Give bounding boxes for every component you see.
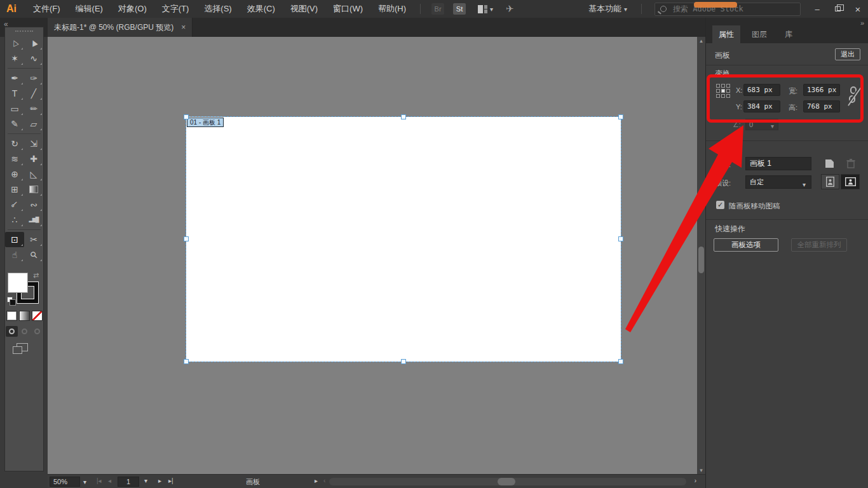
tool-eraser-tool[interactable]: ▱ bbox=[24, 116, 43, 132]
new-artboard-icon[interactable] bbox=[824, 158, 835, 169]
preset-dropdown[interactable]: 自定 ▾ bbox=[745, 175, 811, 189]
panel-tab-库[interactable]: 库 bbox=[778, 25, 799, 43]
workspace-switcher[interactable]: 基本功能 ▾ bbox=[583, 3, 635, 15]
rearrange-all-button[interactable]: 全部重新排列 bbox=[791, 238, 847, 252]
menu-item[interactable]: 帮助(H) bbox=[370, 4, 414, 13]
artboard-name-input[interactable] bbox=[745, 157, 811, 170]
tool-perspective-grid-tool[interactable]: ◺ bbox=[24, 166, 43, 182]
fill-color-swatch[interactable] bbox=[8, 273, 28, 293]
tool-selection-tool[interactable]: ▷ bbox=[5, 36, 24, 51]
swap-fill-stroke-icon[interactable]: ⇄ bbox=[33, 271, 39, 280]
scroll-left-icon[interactable]: ‹ bbox=[323, 477, 325, 484]
minimize-button[interactable]: – bbox=[807, 0, 827, 18]
tool-width-tool[interactable]: ≋ bbox=[5, 151, 24, 166]
zoom-dropdown-icon[interactable]: ▾ bbox=[83, 478, 86, 485]
stock-icon[interactable]: St bbox=[453, 3, 466, 15]
share-icon[interactable]: ✈ bbox=[506, 3, 514, 15]
artboard-handle[interactable] bbox=[401, 114, 406, 119]
artboard-handle[interactable] bbox=[618, 359, 623, 364]
change-screen-mode-button[interactable] bbox=[17, 343, 28, 351]
document-layout-icon[interactable] bbox=[478, 5, 487, 13]
tool-symbol-sprayer-tool[interactable]: ∴ bbox=[5, 212, 24, 227]
tool-eyedropper-tool[interactable]: ⊸ bbox=[5, 197, 24, 212]
panel-drag-handle[interactable] bbox=[15, 30, 33, 32]
canvas[interactable]: 01 - 画板 1 ▴ ▾ bbox=[48, 37, 705, 474]
tool-artboard-tool[interactable]: ⊡ bbox=[5, 232, 24, 247]
tool-column-graph-tool[interactable]: ▂▆█ bbox=[24, 212, 43, 227]
menu-item[interactable]: 视图(V) bbox=[283, 4, 325, 13]
artboard-handle[interactable] bbox=[184, 236, 189, 241]
first-artboard-button[interactable]: |◂ bbox=[97, 477, 102, 484]
previous-artboard-button[interactable]: ◂ bbox=[108, 477, 111, 484]
close-tab-icon[interactable]: × bbox=[181, 23, 186, 32]
close-button[interactable]: × bbox=[848, 0, 868, 18]
delete-artboard-icon[interactable] bbox=[846, 158, 856, 169]
restore-button[interactable] bbox=[827, 0, 848, 18]
horizontal-scroll-thumb[interactable] bbox=[498, 478, 515, 485]
menu-item[interactable]: 文件(F) bbox=[25, 4, 68, 13]
collapse-panel-icon[interactable]: » bbox=[860, 19, 863, 27]
artboard-options-button[interactable]: 画板选项 bbox=[714, 238, 778, 252]
tool-slice-tool[interactable]: ✂ bbox=[24, 232, 43, 247]
color-button[interactable] bbox=[6, 311, 17, 321]
panel-tab-属性[interactable]: 属性 bbox=[712, 25, 740, 43]
tool-scale-tool[interactable]: ⇲ bbox=[24, 136, 43, 151]
artboard-handle[interactable] bbox=[401, 359, 406, 364]
vertical-scrollbar[interactable]: ▴ ▾ bbox=[697, 37, 705, 474]
scroll-up-icon[interactable]: ▴ bbox=[697, 37, 705, 44]
tool-hand-tool[interactable]: ☝ bbox=[5, 247, 24, 262]
artboard-name-label[interactable]: 01 - 画板 1 bbox=[187, 118, 224, 127]
tool-pen-tool[interactable]: ✒ bbox=[5, 71, 24, 86]
exit-artboard-mode-button[interactable]: 退出 bbox=[835, 48, 860, 60]
artboard-handle[interactable] bbox=[618, 236, 623, 241]
tool-gradient-tool[interactable] bbox=[24, 182, 43, 197]
vertical-scroll-thumb[interactable] bbox=[698, 247, 704, 273]
artboard-handle[interactable] bbox=[184, 114, 189, 119]
next-artboard-button[interactable]: ▸ bbox=[158, 477, 161, 484]
tool-paintbrush-tool[interactable]: ✏ bbox=[24, 101, 43, 116]
status-expand-icon[interactable]: ▸ bbox=[315, 477, 318, 484]
menu-item[interactable]: 选择(S) bbox=[196, 4, 239, 13]
menu-item[interactable]: 效果(C) bbox=[240, 4, 283, 13]
tool-zoom-tool[interactable]: ⚲ bbox=[24, 247, 43, 262]
menu-item[interactable]: 编辑(E) bbox=[68, 4, 111, 13]
tool-direct-selection-tool[interactable]: ▶ bbox=[24, 36, 43, 51]
artboard[interactable] bbox=[186, 117, 621, 362]
tool-type-tool[interactable]: T bbox=[5, 86, 24, 101]
scroll-down-icon[interactable]: ▾ bbox=[697, 467, 705, 473]
tool-shape-builder-tool[interactable]: ⊕ bbox=[5, 166, 24, 182]
horizontal-scrollbar[interactable] bbox=[329, 478, 686, 485]
last-artboard-button[interactable]: ▸| bbox=[168, 477, 173, 484]
menu-item[interactable]: 窗口(W) bbox=[325, 4, 370, 13]
artboard-dropdown-icon[interactable]: ▾ bbox=[144, 477, 147, 484]
artboard-handle[interactable] bbox=[184, 359, 189, 364]
tool-line-segment-tool[interactable]: ╱ bbox=[24, 86, 43, 101]
none-button[interactable] bbox=[32, 311, 43, 321]
move-art-with-artboard-checkbox[interactable]: ✓ bbox=[716, 201, 724, 209]
bridge-icon[interactable]: Br bbox=[431, 3, 444, 15]
artboard-handle[interactable] bbox=[618, 114, 623, 119]
tool-blend-tool[interactable]: ∾ bbox=[24, 197, 43, 212]
default-fill-stroke-icon[interactable] bbox=[7, 297, 15, 305]
draw-behind-button[interactable] bbox=[18, 326, 31, 337]
draw-normal-button[interactable] bbox=[6, 326, 18, 337]
tool-curvature-tool[interactable]: ✑ bbox=[24, 71, 43, 86]
tool-rectangle-tool[interactable]: ▭ bbox=[5, 101, 24, 116]
tool-mesh-tool[interactable]: ⊞ bbox=[5, 182, 24, 197]
scroll-right-icon[interactable]: › bbox=[695, 477, 696, 484]
menu-item[interactable]: 对象(O) bbox=[111, 4, 154, 13]
tool-magic-wand-tool[interactable]: ✶ bbox=[5, 51, 24, 66]
draw-inside-button[interactable] bbox=[31, 326, 43, 337]
portrait-orientation-button[interactable] bbox=[821, 174, 839, 189]
tool-puppet-warp-tool[interactable]: ✚ bbox=[24, 151, 43, 166]
tool-shaper-tool[interactable]: ✎ bbox=[5, 116, 24, 132]
tool-lasso-tool[interactable]: ∿ bbox=[24, 51, 43, 66]
zoom-level-field[interactable]: 50% bbox=[50, 477, 80, 487]
menu-item[interactable]: 文字(T) bbox=[154, 4, 197, 13]
landscape-orientation-button[interactable] bbox=[841, 174, 860, 189]
tool-rotate-tool[interactable]: ↻ bbox=[5, 136, 24, 151]
gradient-button[interactable] bbox=[19, 311, 30, 321]
artboard-number-field[interactable]: 1 bbox=[118, 477, 139, 487]
document-tab[interactable]: 未标题-1* @ 50% (RGB/GPU 预览) × bbox=[48, 18, 193, 37]
panel-tab-图层[interactable]: 图层 bbox=[745, 25, 773, 43]
